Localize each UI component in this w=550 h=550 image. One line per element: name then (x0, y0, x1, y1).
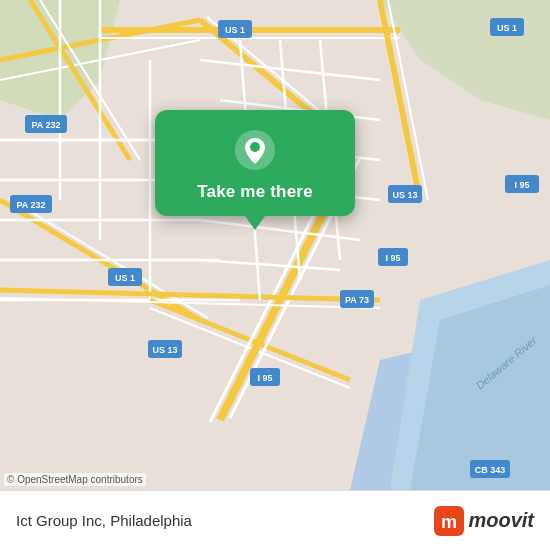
location-pin-icon (233, 128, 277, 172)
svg-text:US 13: US 13 (152, 345, 177, 355)
svg-text:m: m (441, 512, 457, 532)
popup-card[interactable]: Take me there (155, 110, 355, 216)
svg-text:PA 232: PA 232 (16, 200, 45, 210)
map-container: US 1 US 1 PA 232 PA 232 PA 73 US 13 US 1… (0, 0, 550, 490)
svg-text:US 1: US 1 (497, 23, 517, 33)
svg-text:I 95: I 95 (514, 180, 529, 190)
moovit-brand-icon: m (434, 506, 464, 536)
svg-text:US 13: US 13 (392, 190, 417, 200)
bottom-bar: Ict Group Inc, Philadelphia m moovit (0, 490, 550, 550)
svg-text:CB 343: CB 343 (475, 465, 506, 475)
map-copyright: © OpenStreetMap contributors (4, 473, 146, 486)
svg-text:US 1: US 1 (225, 25, 245, 35)
svg-text:PA 232: PA 232 (31, 120, 60, 130)
svg-text:PA 73: PA 73 (345, 295, 369, 305)
svg-text:US 1: US 1 (115, 273, 135, 283)
location-label: Ict Group Inc, Philadelphia (16, 512, 434, 529)
svg-text:I 95: I 95 (257, 373, 272, 383)
moovit-logo: m moovit (434, 506, 534, 536)
moovit-text-label: moovit (468, 509, 534, 532)
svg-point-71 (250, 142, 260, 152)
take-me-there-button[interactable]: Take me there (197, 182, 313, 202)
svg-text:I 95: I 95 (385, 253, 400, 263)
